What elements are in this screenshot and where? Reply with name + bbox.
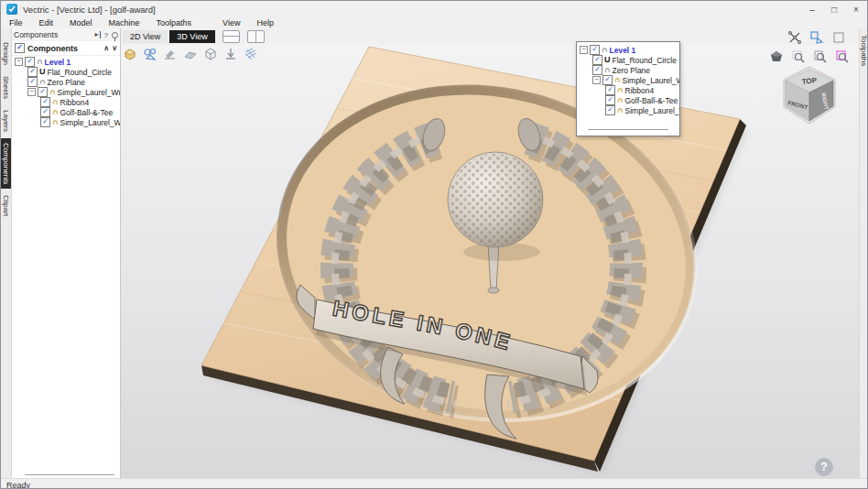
expander-icon[interactable]: − (15, 58, 23, 66)
component-shapes-icon[interactable] (143, 47, 157, 61)
level-icon: ∩ (602, 46, 608, 54)
shaded-view-icon[interactable] (769, 49, 784, 64)
tab-clipart[interactable]: Clipart (1, 190, 11, 221)
popup-resize-handle[interactable] (588, 128, 668, 130)
checkbox[interactable]: ✓ (590, 45, 600, 55)
zero-plane-icon: ∩ (604, 66, 611, 74)
checkbox[interactable]: ✓ (40, 97, 50, 107)
tab-2d-view[interactable]: 2D View (123, 30, 168, 43)
tree-row-golf-ball[interactable]: ✓ ∩ Golf-Ball-&-Tee (12, 107, 120, 117)
tree-row-zero-plane[interactable]: ✓ ∩ Zero Plane (12, 77, 120, 87)
tree-label[interactable]: Zero Plane (613, 66, 651, 75)
tree-label[interactable]: Simple_Laurel_Wreath - Group (623, 76, 680, 85)
set-selection-icon[interactable] (163, 47, 178, 61)
tree-row-flat-round-circle[interactable]: ✓ U Flat_Round_Circle (12, 67, 120, 77)
checkbox[interactable]: ✓ (592, 55, 602, 65)
menu-help[interactable]: Help (248, 18, 282, 27)
status-bar: Ready (1, 478, 867, 489)
canvas-area: 2D View 3D View Sheet 1 ▾ Layer 1 ▾ Leve… (121, 28, 859, 478)
checkbox[interactable]: ✓ (25, 57, 35, 67)
close-button[interactable]: × (845, 1, 867, 17)
expander-icon[interactable]: − (27, 88, 36, 96)
zoom-box-icon[interactable] (791, 49, 806, 64)
split-horizontal-icon[interactable] (222, 30, 240, 43)
plane-icon[interactable] (183, 47, 198, 61)
checkbox[interactable]: ✓ (592, 65, 602, 75)
menu-edit[interactable]: Edit (31, 18, 62, 27)
snap-guides-icon[interactable] (787, 30, 802, 45)
tree-label[interactable]: Simple_Laurel_Wreath - Group (58, 88, 121, 97)
left-tab-strip: Design Sheets Layers Components Clipart (1, 28, 12, 478)
tree-row-golf-ball[interactable]: ✓ ∩ Golf-Ball-&-Tee (577, 95, 679, 105)
tree-label[interactable]: Flat_Round_Circle (48, 68, 112, 77)
split-vertical-icon[interactable] (247, 30, 265, 43)
menu-file[interactable]: File (1, 18, 31, 27)
checkbox[interactable]: ✓ (38, 87, 48, 97)
components-root-row[interactable]: ✓ Components ∧ ∨ (12, 41, 120, 56)
tree-row-level1[interactable]: − ✓ ∩ Level 1 (12, 57, 120, 67)
tree-row-ribbon4[interactable]: ✓ ∩ Ribbon4 (12, 97, 120, 107)
view-cube[interactable]: TOP FRONT RIGHT (776, 65, 842, 131)
expand-all-icon[interactable]: ∨ (112, 44, 117, 52)
tree-label[interactable]: Ribbon4 (625, 86, 655, 95)
tab-design[interactable]: Design (1, 38, 11, 70)
material-block-icon[interactable] (123, 47, 137, 61)
tree-row-flat-round-circle[interactable]: ✓ U Flat_Round_Circle (577, 55, 679, 65)
modeling-toolbar (123, 47, 258, 61)
tree-label[interactable]: Flat_Round_Circle (613, 56, 677, 65)
pin-icon[interactable] (112, 32, 118, 38)
zoom-drawing-icon[interactable] (813, 49, 828, 64)
tree-row-ribbon4[interactable]: ✓ ∩ Ribbon4 (577, 85, 679, 95)
checkbox[interactable]: ✓ (40, 107, 50, 117)
menu-toolpaths[interactable]: Toolpaths (148, 18, 201, 27)
checkbox[interactable]: ✓ (27, 77, 38, 87)
tab-3d-view[interactable]: 3D View (169, 30, 214, 43)
tree-row-zero-plane[interactable]: ✓ ∩ Zero Plane (577, 65, 679, 75)
checkbox[interactable]: ✓ (605, 85, 615, 95)
bounding-box-icon[interactable] (831, 30, 846, 45)
tree-label[interactable]: Level 1 (45, 58, 71, 67)
tree-row-wreath[interactable]: ✓ ∩ Simple_Laurel_Wreath (577, 105, 679, 115)
tree-row-wreath-group[interactable]: − ✓ ∩ Simple_Laurel_Wreath - Group (577, 75, 679, 85)
menu-view[interactable]: View (214, 18, 248, 27)
zoom-selected-icon[interactable] (835, 49, 850, 64)
undock-icon[interactable]: ▸ (95, 31, 101, 38)
menu-model[interactable]: Model (61, 18, 101, 27)
tree-label[interactable]: Golf-Ball-&-Tee (60, 108, 114, 117)
tab-sheets[interactable]: Sheets (1, 71, 11, 103)
checkbox[interactable]: ✓ (605, 95, 615, 105)
menu-machine[interactable]: Machine (101, 18, 148, 27)
tree-row-wreath-group[interactable]: − ✓ ∩ Simple_Laurel_Wreath - Group (12, 87, 120, 97)
checkbox[interactable]: ✓ (602, 75, 613, 85)
collapse-all-icon[interactable]: ∧ (103, 44, 109, 52)
tree-label[interactable]: Simple_Laurel_Wreath (60, 118, 121, 127)
maximize-button[interactable]: □ (823, 1, 845, 17)
tree-row-level1[interactable]: − ✓ ∩ Level 1 (577, 45, 679, 55)
checkbox[interactable]: ✓ (27, 67, 38, 77)
3d-viewport[interactable]: HOLE IN ONE (121, 45, 859, 478)
expander-icon[interactable]: − (580, 46, 588, 54)
import-arrow-icon[interactable] (223, 47, 238, 61)
wireframe-box-icon[interactable] (203, 47, 218, 61)
selection-mode-icon[interactable] (809, 30, 824, 45)
tab-components[interactable]: Components (1, 138, 11, 189)
component-icon: ∩ (617, 96, 624, 104)
tab-layers[interactable]: Layers (1, 105, 11, 136)
tree-label[interactable]: Ribbon4 (60, 98, 90, 107)
level-tree-popup: − ✓ ∩ Level 1 ✓ U Flat_Round_Circle ✓ ∩ … (576, 41, 680, 136)
texture-mesh-icon[interactable] (244, 47, 258, 61)
tab-toolpaths[interactable]: Toolpaths (859, 30, 868, 71)
expander-icon[interactable]: − (592, 76, 601, 84)
tree-label[interactable]: Golf-Ball-&-Tee (625, 96, 678, 105)
tree-label[interactable]: Simple_Laurel_Wreath (625, 106, 680, 115)
help-bubble[interactable]: ? (815, 458, 833, 476)
checkbox[interactable]: ✓ (40, 117, 50, 127)
tree-row-wreath[interactable]: ✓ ∩ Simple_Laurel_Wreath (12, 117, 120, 127)
checkbox[interactable]: ✓ (605, 105, 615, 115)
components-root-checkbox[interactable]: ✓ (15, 43, 25, 53)
panel-help-icon[interactable]: ? (104, 31, 108, 39)
minimize-button[interactable]: – (801, 1, 823, 17)
tree-label[interactable]: Zero Plane (48, 78, 86, 87)
tree-label[interactable]: Level 1 (610, 46, 636, 55)
panel-horizontal-scrollbar[interactable] (25, 469, 114, 475)
